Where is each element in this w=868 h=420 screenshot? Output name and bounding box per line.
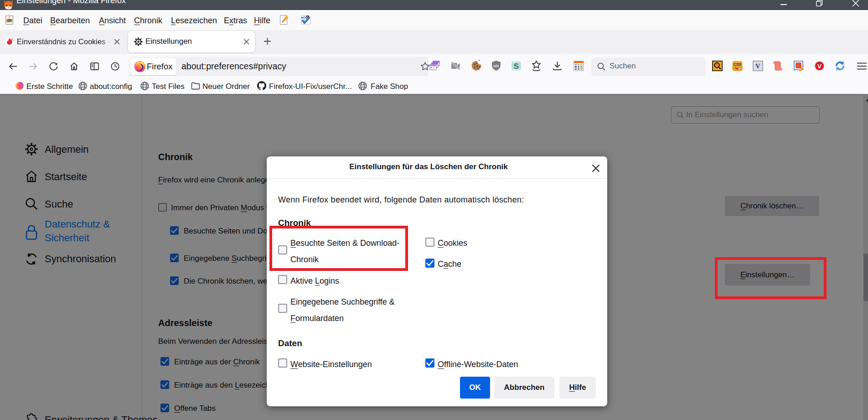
svg-text:S: S — [514, 62, 519, 71]
svg-text:V: V — [817, 63, 822, 70]
svg-text:CSS: CSS — [734, 62, 742, 67]
svg-text:V: V — [755, 62, 760, 70]
svg-text:ZIP: ZIP — [7, 19, 11, 22]
svg-text:w3: w3 — [301, 16, 306, 20]
svg-text:uO: uO — [494, 64, 499, 68]
